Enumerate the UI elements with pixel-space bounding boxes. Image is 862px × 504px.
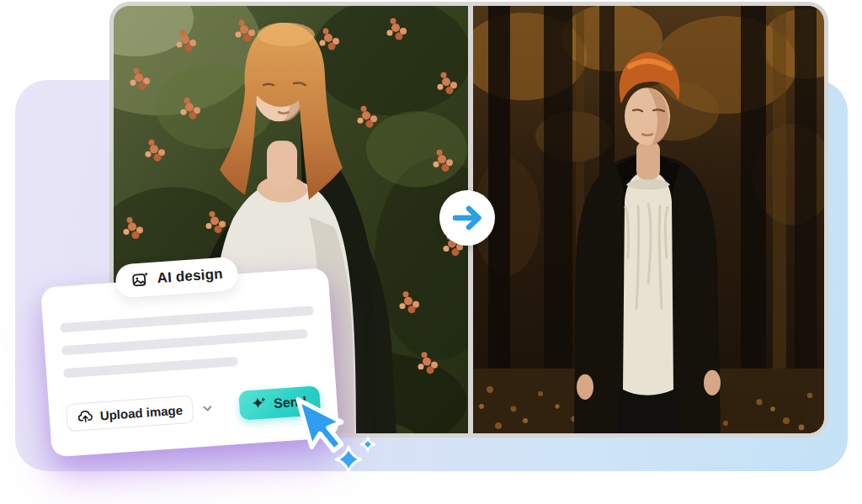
upload-image-label: Upload image [99, 403, 183, 423]
upload-control: Upload image [66, 394, 220, 432]
after-photo-illustration [473, 6, 824, 433]
after-image [473, 6, 824, 433]
upload-image-button[interactable]: Upload image [66, 395, 194, 432]
upload-options-chevron-button[interactable] [196, 396, 220, 420]
placeholder-line [61, 329, 308, 355]
chevron-down-icon [201, 402, 214, 415]
placeholder-line [63, 357, 239, 379]
cloud-upload-icon [77, 408, 93, 425]
arrow-right-icon [450, 201, 484, 235]
image-sparkle-icon [130, 270, 150, 289]
diamond-sparkle-icon [359, 436, 376, 453]
ai-design-label: AI design [157, 266, 224, 287]
transform-arrow-badge [439, 190, 495, 246]
placeholder-line [60, 305, 314, 332]
sparkle-icon [251, 396, 268, 413]
prompt-card-actions: Upload image Send [66, 385, 322, 432]
hero-section: Upload image Send [0, 0, 862, 504]
